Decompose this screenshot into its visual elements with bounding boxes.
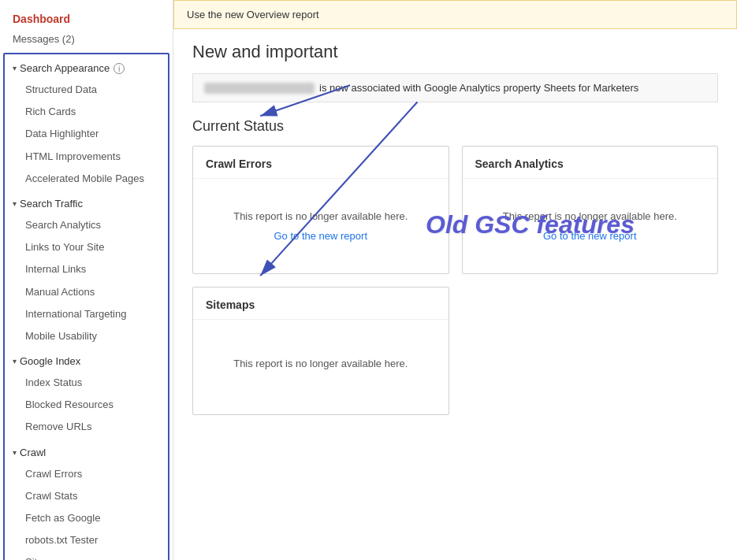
search-analytics-card: Search Analytics This report is no longe… <box>462 146 719 274</box>
crawl-errors-no-report: This report is no longer available here. <box>233 210 408 222</box>
crawl-errors-new-report-link[interactable]: Go to the new report <box>274 230 367 242</box>
search-traffic-label: Search Traffic <box>20 198 83 210</box>
arrow-icon: ▾ <box>13 357 17 365</box>
arrow-icon: ▾ <box>13 448 17 457</box>
crawl-label: Crawl <box>20 447 46 458</box>
arrow-icon: ▾ <box>13 64 17 72</box>
info-icon: i <box>114 63 125 74</box>
notification-bar: is now associated with Google Analytics … <box>192 73 718 102</box>
notification-text: is now associated with Google Analytics … <box>319 82 638 94</box>
sidebar-item-rich-cards[interactable]: Rich Cards <box>5 101 168 123</box>
search-analytics-card-header: Search Analytics <box>463 146 718 179</box>
sidebar-item-manual-actions[interactable]: Manual Actions <box>5 281 168 303</box>
sidebar-item-robots-txt-tester[interactable]: robots.txt Tester <box>5 529 168 551</box>
main-body: New and important is now associated with… <box>173 29 737 428</box>
sidebar-item-remove-urls[interactable]: Remove URLs <box>5 416 168 438</box>
sidebar-item-data-highlighter[interactable]: Data Highlighter <box>5 123 168 145</box>
sitemaps-card-body: This report is no longer available here. <box>193 320 449 414</box>
search-analytics-no-report: This report is no longer available here. <box>503 210 677 222</box>
sidebar-item-crawl-errors[interactable]: Crawl Errors <box>5 463 168 485</box>
sidebar-section-search-appearance[interactable]: ▾ Search Appearance i <box>5 57 168 79</box>
sidebar-item-internal-links[interactable]: Internal Links <box>5 258 168 280</box>
sidebar-item-blocked-resources[interactable]: Blocked Resources <box>5 394 168 416</box>
crawl-errors-card: Crawl Errors This report is no longer av… <box>192 146 449 274</box>
sidebar-item-mobile-usability[interactable]: Mobile Usability <box>5 325 168 347</box>
search-analytics-card-body: This report is no longer available here.… <box>463 179 718 273</box>
sidebar-item-crawl-stats[interactable]: Crawl Stats <box>5 485 168 507</box>
arrow-icon: ▾ <box>13 199 17 208</box>
search-appearance-label: Search Appearance <box>20 62 110 74</box>
cards-grid: Crawl Errors This report is no longer av… <box>192 146 718 415</box>
sidebar-dashboard[interactable]: Dashboard <box>0 8 173 30</box>
overview-banner[interactable]: Use the new Overview report <box>173 0 737 29</box>
sidebar-item-sitemaps[interactable]: Sitemaps <box>5 551 168 560</box>
sidebar-item-international-targeting[interactable]: International Targeting <box>5 303 168 325</box>
sidebar-item-structured-data[interactable]: Structured Data <box>5 79 168 101</box>
sitemaps-no-report: This report is no longer available here. <box>233 358 408 369</box>
blurred-domain <box>204 83 315 94</box>
sidebar-bordered-section: ▾ Search Appearance i Structured Data Ri… <box>3 53 169 560</box>
sidebar: Dashboard Messages (2) ▾ Search Appearan… <box>0 0 173 560</box>
sidebar-messages[interactable]: Messages (2) <box>0 30 173 53</box>
sidebar-item-search-analytics[interactable]: Search Analytics <box>5 214 168 236</box>
sitemaps-card: Sitemaps This report is no longer availa… <box>192 287 449 415</box>
google-index-label: Google Index <box>20 355 80 367</box>
main-content-area: Use the new Overview report New and impo… <box>173 0 737 560</box>
sidebar-section-crawl[interactable]: ▾ Crawl <box>5 442 168 463</box>
sitemaps-card-header: Sitemaps <box>193 287 449 320</box>
sidebar-section-search-traffic[interactable]: ▾ Search Traffic <box>5 193 168 214</box>
sidebar-item-fetch-as-google[interactable]: Fetch as Google <box>5 507 168 529</box>
new-important-title: New and important <box>192 42 718 62</box>
sidebar-section-google-index[interactable]: ▾ Google Index <box>5 350 168 372</box>
sidebar-item-html-improvements[interactable]: HTML Improvements <box>5 146 168 168</box>
crawl-errors-card-header: Crawl Errors <box>193 146 449 179</box>
sidebar-item-index-status[interactable]: Index Status <box>5 372 168 394</box>
sidebar-item-accelerated-mobile-pages[interactable]: Accelerated Mobile Pages <box>5 168 168 190</box>
sidebar-item-links-to-your-site[interactable]: Links to Your Site <box>5 236 168 258</box>
crawl-errors-card-body: This report is no longer available here.… <box>193 179 449 273</box>
current-status-title: Current Status <box>192 118 718 135</box>
search-analytics-new-report-link[interactable]: Go to the new report <box>543 230 637 242</box>
